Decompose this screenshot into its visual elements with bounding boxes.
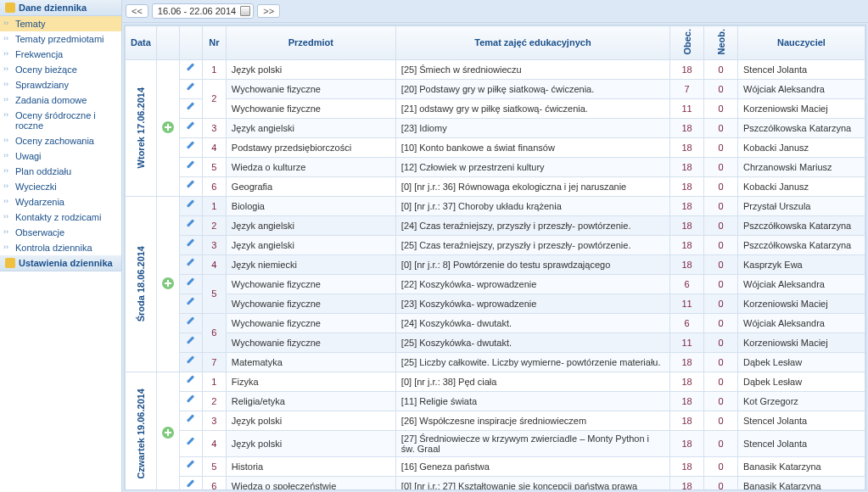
plus-icon[interactable]: [162, 121, 174, 133]
obec-cell: 18: [670, 196, 704, 215]
day-cell: Środa 18.06.2014: [126, 196, 157, 372]
edit-cell[interactable]: [179, 333, 202, 352]
teacher-cell: Chrzanowski Mariusz: [738, 157, 865, 176]
pencil-icon[interactable]: [185, 82, 197, 94]
col-nr: Nr: [202, 26, 226, 60]
pencil-icon[interactable]: [185, 219, 197, 231]
pencil-icon[interactable]: [185, 258, 197, 270]
edit-cell[interactable]: [179, 274, 202, 294]
plus-icon[interactable]: [162, 277, 174, 289]
lesson-nr: 3: [202, 118, 226, 137]
pencil-icon[interactable]: [185, 199, 197, 211]
pencil-icon[interactable]: [185, 238, 197, 250]
pencil-icon[interactable]: [185, 414, 197, 426]
add-lesson-cell[interactable]: [156, 59, 179, 196]
pencil-icon[interactable]: [185, 355, 197, 367]
sidebar-item[interactable]: Kontrola dziennika: [0, 240, 121, 255]
pencil-icon[interactable]: [185, 336, 197, 348]
sidebar-item[interactable]: Oceny śródroczne i roczne: [0, 108, 121, 133]
edit-cell[interactable]: [179, 137, 202, 157]
calendar-icon[interactable]: [240, 6, 250, 16]
sidebar-section-title-2: Ustawienia dziennika: [19, 258, 113, 268]
edit-cell[interactable]: [179, 118, 202, 137]
plus-icon[interactable]: [162, 427, 174, 439]
date-range-field[interactable]: 16.06 - 22.06 2014: [152, 3, 254, 19]
subject-cell: Wychowanie fizyczne: [226, 333, 395, 352]
sidebar-section-title: Dane dziennika: [19, 3, 87, 13]
edit-cell[interactable]: [179, 98, 202, 118]
col-neob: Neob.: [704, 26, 738, 60]
sidebar-item[interactable]: Plan oddziału: [0, 164, 121, 179]
edit-cell[interactable]: [179, 294, 202, 313]
teacher-cell: Wójciak Aleksandra: [738, 79, 865, 98]
edit-cell[interactable]: [179, 254, 202, 274]
pencil-icon[interactable]: [185, 277, 197, 289]
edit-cell[interactable]: [179, 79, 202, 98]
col-teacher: Nauczyciel: [738, 26, 865, 60]
edit-cell[interactable]: [179, 313, 202, 333]
obec-cell: 18: [670, 456, 704, 476]
obec-cell: 18: [670, 391, 704, 411]
edit-cell[interactable]: [179, 456, 202, 476]
next-week-button[interactable]: >>: [257, 4, 280, 18]
lesson-nr: 4: [202, 254, 226, 274]
sidebar-item[interactable]: Zadania domowe: [0, 92, 121, 108]
pencil-icon[interactable]: [185, 63, 197, 75]
edit-cell[interactable]: [179, 430, 202, 456]
neob-cell: 0: [704, 235, 738, 254]
edit-cell[interactable]: [179, 352, 202, 372]
pencil-icon[interactable]: [185, 479, 197, 490]
edit-cell[interactable]: [179, 157, 202, 176]
sidebar-item[interactable]: Uwagi: [0, 148, 121, 164]
sidebar-item[interactable]: Obserwacje: [0, 225, 121, 240]
obec-cell: 18: [670, 59, 704, 79]
sidebar-item[interactable]: Kontakty z rodzicami: [0, 210, 121, 225]
edit-cell[interactable]: [179, 196, 202, 215]
sidebar-item[interactable]: Wycieczki: [0, 179, 121, 194]
pencil-icon[interactable]: [185, 102, 197, 114]
add-lesson-cell[interactable]: [156, 372, 179, 490]
edit-cell[interactable]: [179, 176, 202, 196]
neob-cell: 0: [704, 430, 738, 456]
pencil-icon[interactable]: [185, 141, 197, 153]
sidebar-item[interactable]: Tematy: [0, 16, 121, 31]
pencil-icon[interactable]: [185, 160, 197, 172]
sidebar-item[interactable]: Oceny zachowania: [0, 133, 121, 148]
neob-cell: 0: [704, 118, 738, 137]
pencil-icon[interactable]: [185, 460, 197, 472]
edit-cell[interactable]: [179, 476, 202, 490]
edit-cell[interactable]: [179, 372, 202, 391]
edit-cell[interactable]: [179, 59, 202, 79]
col-add: [156, 26, 179, 60]
neob-cell: 0: [704, 391, 738, 411]
lesson-nr: 5: [202, 456, 226, 476]
obec-cell: 6: [670, 274, 704, 294]
edit-cell[interactable]: [179, 235, 202, 254]
obec-cell: 18: [670, 411, 704, 430]
day-label: Środa 18.06.2014: [136, 246, 146, 321]
sidebar-item[interactable]: Wydarzenia: [0, 194, 121, 210]
add-lesson-cell[interactable]: [156, 196, 179, 372]
topic-cell: [11] Religie świata: [395, 391, 669, 411]
sidebar-item[interactable]: Sprawdziany: [0, 77, 121, 92]
sidebar-item[interactable]: Oceny bieżące: [0, 62, 121, 77]
edit-cell[interactable]: [179, 215, 202, 235]
pencil-icon[interactable]: [185, 297, 197, 309]
pencil-icon[interactable]: [185, 121, 197, 133]
sidebar-item[interactable]: Tematy przedmiotami: [0, 31, 121, 47]
topic-cell: [25] Śmiech w średniowieczu: [395, 59, 669, 79]
pencil-icon[interactable]: [185, 437, 197, 449]
pencil-icon[interactable]: [185, 375, 197, 387]
pencil-icon[interactable]: [185, 394, 197, 406]
sidebar-item[interactable]: Frekwencja: [0, 47, 121, 62]
lesson-nr: 4: [202, 430, 226, 456]
edit-cell[interactable]: [179, 391, 202, 411]
teacher-cell: Kobacki Janusz: [738, 137, 865, 157]
edit-cell[interactable]: [179, 411, 202, 430]
pencil-icon[interactable]: [185, 316, 197, 328]
pencil-icon[interactable]: [185, 180, 197, 192]
prev-week-button[interactable]: <<: [126, 4, 148, 18]
neob-cell: 0: [704, 294, 738, 313]
lesson-nr: 6: [202, 476, 226, 490]
sidebar: Dane dziennika TematyTematy przedmiotami…: [0, 0, 122, 492]
